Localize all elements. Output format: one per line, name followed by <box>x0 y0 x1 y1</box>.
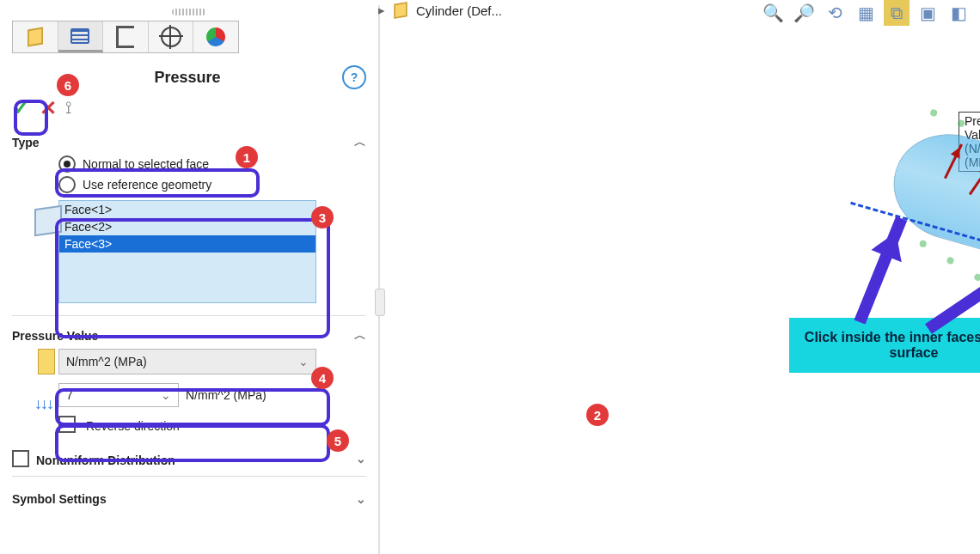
clamp-icon <box>116 26 134 48</box>
radio-icon <box>58 155 76 173</box>
tab-property-manager[interactable] <box>58 21 104 52</box>
tab-appearances[interactable] <box>193 21 238 52</box>
callout-text: Click inside the inner faces of the surf… <box>793 330 980 361</box>
graphics-viewport[interactable]: ▸ Cylinder (Def... 🔍 🔎 ⟲ ▦ ⧉ ▣ ◧ Pressur… <box>378 0 980 554</box>
radio-normal-label: Normal to selected face <box>83 157 209 171</box>
symbol-settings-header: Symbol Settings <box>12 492 107 506</box>
chevron-down-icon: ⌄ <box>298 355 309 368</box>
pv-collapse-chevron[interactable]: ︿ <box>354 328 366 344</box>
hide-show-button[interactable]: ◧ <box>946 0 971 26</box>
list-item[interactable]: Face<3> <box>59 235 315 253</box>
annotation-badge-1: 1 <box>236 146 258 168</box>
ruler-icon <box>38 349 55 374</box>
radio-normal-to-face[interactable]: Normal to selected face <box>58 155 366 173</box>
list-icon <box>70 28 89 44</box>
heads-up-toolbar: 🔍 🔎 ⟲ ▦ ⧉ ▣ ◧ <box>760 0 971 26</box>
pressure-direction-icon: ↓↓↓ <box>34 395 52 413</box>
annotation-badge-3: 3 <box>311 206 334 228</box>
annotation-badge-2: 2 <box>586 404 609 426</box>
annotation-badge-6: 6 <box>57 74 79 96</box>
list-item[interactable]: Face<2> <box>59 218 315 235</box>
faces-selection-list[interactable]: Face<1> Face<2> Face<3> <box>58 200 316 303</box>
breadcrumb-label: Cylinder (Def... <box>416 3 502 18</box>
nonuniform-collapse-chevron[interactable]: ⌄ <box>356 452 366 466</box>
faces-selection-icon <box>34 205 62 236</box>
list-item[interactable]: Face<1> <box>59 201 315 218</box>
pin-button[interactable]: ⟟ <box>65 98 71 118</box>
tab-dimxpert[interactable] <box>149 21 194 52</box>
type-collapse-chevron[interactable]: ︿ <box>354 135 366 150</box>
fixture-symbol <box>973 273 980 282</box>
pressure-value: 7 <box>66 388 73 402</box>
view-orientation-button[interactable]: ⧉ <box>884 0 910 26</box>
previous-view-button[interactable]: ⟲ <box>822 0 848 26</box>
symbol-collapse-chevron[interactable]: ⌄ <box>356 492 366 506</box>
target-icon <box>161 27 181 47</box>
radio-refgeom-label: Use reference geometry <box>83 178 211 192</box>
radio-icon <box>58 176 76 193</box>
reverse-direction-label: Reverse direction <box>86 419 180 433</box>
cube-icon <box>27 28 44 46</box>
type-header: Type <box>12 136 40 149</box>
annotation-badge-4: 4 <box>311 367 334 389</box>
radio-use-ref-geometry[interactable]: Use reference geometry <box>58 176 366 193</box>
reverse-direction-checkbox[interactable]: Reverse direction <box>58 416 366 433</box>
units-dropdown[interactable]: N/mm^2 (MPa) ⌄ <box>58 349 316 374</box>
zoom-to-fit-button[interactable]: 🔍 <box>760 0 786 26</box>
chevron-down-icon: ⌄ <box>161 388 171 402</box>
viewport-pressure-tooltip[interactable]: Pressure Value (N/mm^2 (MPa)): 7 <box>959 112 980 172</box>
pressure-units-suffix: N/mm^2 (MPa) <box>186 388 266 402</box>
checkbox-icon <box>58 416 76 433</box>
display-style-button[interactable]: ▣ <box>915 0 940 26</box>
checkbox-icon[interactable] <box>12 450 29 467</box>
part-icon <box>394 3 408 18</box>
nonuniform-header: Nonuniform Distribution <box>36 454 175 467</box>
breadcrumb[interactable]: ▸ Cylinder (Def... <box>378 2 502 19</box>
fixture-symbol <box>919 240 928 248</box>
help-button[interactable]: ? <box>342 65 366 89</box>
ok-button[interactable]: ✓ <box>12 94 31 121</box>
tab-configuration[interactable] <box>103 21 149 52</box>
units-value: N/mm^2 (MPa) <box>66 355 147 368</box>
tab-feature-tree[interactable] <box>13 21 58 52</box>
fixture-symbol <box>946 256 955 265</box>
annotation-arrow <box>854 216 908 325</box>
annotation-badge-5: 5 <box>327 429 349 452</box>
appearance-icon <box>206 27 225 46</box>
cancel-button[interactable]: ✕ <box>40 96 57 120</box>
panel-tab-strip <box>12 21 239 53</box>
section-view-button[interactable]: ▦ <box>853 0 879 26</box>
pv-tooltip-label: Pressure Value (N/mm^2 (MPa)): <box>959 113 980 171</box>
panel-drag-handle[interactable] <box>172 9 206 15</box>
expand-chevron-icon[interactable]: ▸ <box>378 3 385 18</box>
pressure-value-header: Pressure Value <box>12 329 98 343</box>
pressure-value-input[interactable]: 7 ⌄ <box>58 383 179 407</box>
feature-title: Pressure <box>33 69 342 87</box>
instruction-callout: Click inside the inner faces of the surf… <box>789 318 980 373</box>
zoom-area-button[interactable]: 🔎 <box>791 0 817 26</box>
